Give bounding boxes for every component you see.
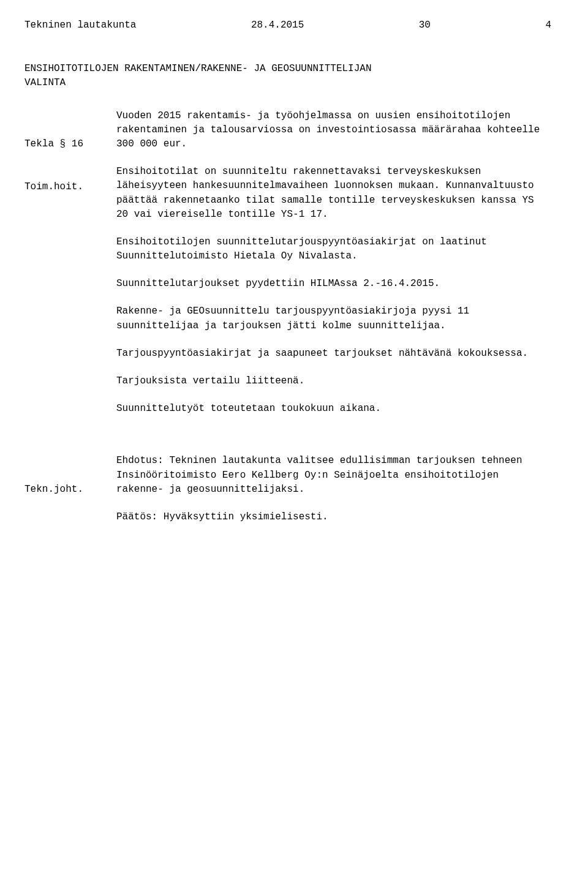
spacer (24, 429, 551, 454)
label-column: Tekla § 16 Toim.hoit. (24, 109, 116, 223)
page-container: Tekninen lautakunta 28.4.2015 30 4 ENSIH… (0, 0, 588, 877)
title-line1: ENSIHOITOTILOJEN RAKENTAMINEN/RAKENNE- J… (24, 62, 551, 76)
header-section-num: 4 (545, 18, 551, 32)
header-page-num: 30 (419, 18, 431, 32)
paragraph: Vuoden 2015 rakentamis- ja työohjelmassa… (116, 109, 551, 152)
paragraph: Tarjouspyyntöasiakirjat ja saapuneet tar… (116, 347, 551, 361)
header-committee: Tekninen lautakunta (24, 18, 136, 32)
document-title: ENSIHOITOTILOJEN RAKENTAMINEN/RAKENNE- J… (24, 62, 551, 90)
content-column: Ehdotus: Tekninen lautakunta valitsee ed… (116, 454, 551, 524)
paragraph: Tarjouksista vertailu liitteenä. (116, 374, 551, 388)
title-line2: VALINTA (24, 76, 551, 90)
content-column: Vuoden 2015 rakentamis- ja työohjelmassa… (116, 109, 551, 430)
proposal-row: Tekn.joht. Ehdotus: Tekninen lautakunta … (24, 454, 551, 525)
tekla-label: Tekla § 16 (24, 137, 116, 151)
teknjoht-label: Tekn.joht. (24, 483, 116, 497)
decision-paragraph: Päätös: Hyväksyttiin yksimielisesti. (116, 510, 551, 524)
paragraph: Suunnittelutarjoukset pyydettiin HILMAss… (116, 277, 551, 291)
header-line: Tekninen lautakunta 28.4.2015 30 4 (24, 18, 551, 32)
paragraph: Rakenne- ja GEOsuunnittelu tarjouspyyntö… (116, 304, 551, 333)
agenda-item-row: Tekla § 16 Toim.hoit. Vuoden 2015 rakent… (24, 109, 551, 430)
paragraph: Ensihoitotilojen suunnittelutarjouspyynt… (116, 235, 551, 263)
label-column: Tekn.joht. (24, 454, 116, 525)
paragraph: Suunnittelutyöt toteutetaan toukokuun ai… (116, 402, 551, 416)
toimhoit-label: Toim.hoit. (24, 180, 116, 194)
header-date: 28.4.2015 (251, 18, 304, 32)
proposal-paragraph: Ehdotus: Tekninen lautakunta valitsee ed… (116, 454, 551, 497)
paragraph: Ensihoitotilat on suunniteltu rakennetta… (116, 165, 551, 222)
